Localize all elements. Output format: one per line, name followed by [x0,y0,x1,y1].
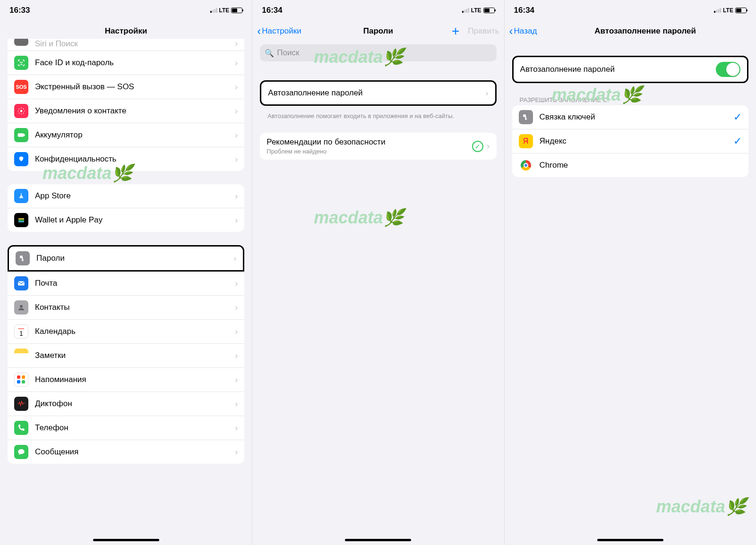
chevron-right-icon: › [235,351,238,361]
row-provider-chrome[interactable]: Chrome [512,153,748,177]
row-voice[interactable]: Диктофон › [8,392,244,416]
row-mail[interactable]: Почта › [8,272,244,296]
row-privacy[interactable]: Конфиденциальность › [8,147,244,171]
row-label: Контакты [35,303,235,312]
status-time: 16:34 [514,6,534,15]
row-calendar[interactable]: •••••1 Календарь › [8,320,244,344]
key-icon [519,110,533,124]
svg-rect-15 [18,221,24,222]
battery-setting-icon [14,128,28,142]
row-contacts[interactable]: Контакты › [8,296,244,320]
wallet-icon [14,213,28,227]
search-field[interactable]: 🔍 Поиск [260,44,496,61]
home-indicator[interactable] [93,539,159,541]
row-provider-keychain[interactable]: Связка ключей ✓ [512,105,748,129]
signal-icon [210,8,217,13]
row-label: Wallet и Apple Pay [35,215,235,225]
row-label: Конфиденциальность [35,154,235,164]
svg-rect-23 [525,119,527,119]
svg-point-0 [20,62,20,62]
svg-point-20 [20,305,23,308]
row-label: Аккумулятор [35,130,235,140]
row-provider-yandex[interactable]: Я Яндекс ✓ [512,129,748,153]
privacy-icon [14,152,28,166]
svg-line-7 [19,109,20,110]
row-label: Рекомендации по безопасности [266,137,472,147]
signal-icon [714,8,721,13]
row-messages[interactable]: Сообщения › [8,440,244,464]
chevron-right-icon: › [235,106,238,116]
row-phone[interactable]: Телефон › [8,416,244,440]
status-bar: 16:33 LTE [0,0,252,21]
row-wallet[interactable]: Wallet и Apple Pay › [8,208,244,232]
row-label: Телефон [35,423,235,433]
row-appstore[interactable]: App Store › [8,184,244,208]
status-bar: 16:34 LTE [252,0,504,21]
row-label: App Store [35,191,235,201]
chevron-right-icon: › [235,399,238,409]
row-label: Уведомления о контакте [35,106,235,116]
signal-icon [462,8,469,13]
row-subtitle: Проблем не найдено [266,148,472,155]
reminders-icon [14,373,28,387]
row-label: Chrome [540,161,742,170]
chevron-right-icon: › [235,279,238,289]
yandex-icon: Я [519,134,533,148]
chevron-left-icon: ‹ [509,25,513,38]
row-label: Напоминания [35,375,235,384]
svg-line-9 [19,113,20,114]
screen-settings: 16:33 LTE Настройки Siri и Поиск › Face … [0,0,252,545]
nav-back-button[interactable]: ‹Настройки [257,25,301,38]
row-sos[interactable]: SOS Экстренный вызов — SOS › [8,75,244,99]
chevron-right-icon: › [235,154,238,164]
add-button[interactable]: + [452,24,459,39]
row-security-recommendations[interactable]: Рекомендации по безопасности Проблем не … [260,133,496,160]
status-time: 16:33 [9,6,30,15]
autofill-toggle-group: Автозаполнение паролей [512,56,748,83]
row-label: Пароли [36,254,233,263]
svg-rect-14 [18,220,24,221]
svg-line-8 [23,113,24,114]
row-label: Почта [35,279,235,288]
nav-back-button[interactable]: ‹Назад [509,25,537,38]
settings-group-general: Siri и Поиск › Face ID и код-пароль › SO… [8,39,244,171]
svg-rect-11 [18,134,23,136]
home-indicator[interactable] [345,539,411,541]
row-exposure[interactable]: Уведомления о контакте › [8,99,244,123]
row-battery[interactable]: Аккумулятор › [8,123,244,147]
key-icon [16,251,30,265]
svg-point-2 [20,110,23,112]
row-reminders[interactable]: Напоминания › [8,368,244,392]
row-autofill-toggle[interactable]: Автозаполнение паролей [514,57,747,82]
row-notes[interactable]: Заметки › [8,344,244,368]
row-faceid[interactable]: Face ID и код-пароль › [8,51,244,75]
security-group: Рекомендации по безопасности Проблем не … [260,133,496,160]
battery-icon [483,8,495,13]
voice-icon [14,397,28,411]
nav-back-label: Назад [514,26,537,36]
chevron-right-icon: › [235,82,238,92]
row-autofill[interactable]: Автозаполнение паролей › [261,82,495,104]
status-time: 16:34 [262,6,282,15]
home-indicator[interactable] [597,539,663,541]
nav-bar: ‹Настройки Пароли + Править [252,21,504,42]
svg-point-1 [22,62,23,62]
svg-line-10 [23,109,24,110]
providers-header: РАЗРЕШИТЬ ЗАПОЛНЕНИЕ С: [512,96,748,106]
battery-icon [231,8,242,13]
svg-rect-13 [18,218,24,219]
row-siri[interactable]: Siri и Поиск › [8,39,244,51]
autofill-toggle[interactable] [716,62,740,77]
chevron-right-icon: › [486,88,489,98]
messages-icon [14,445,28,459]
siri-icon [14,39,28,46]
status-indicators: LTE [714,7,747,14]
chevron-right-icon: › [235,327,238,337]
row-label: Диктофон [35,399,235,409]
row-passwords[interactable]: Пароли › [9,247,243,270]
chevron-right-icon: › [235,130,238,140]
row-label: Связка ключей [540,112,733,122]
checkmark-icon: ✓ [733,111,742,123]
appstore-icon [14,189,28,203]
chevron-right-icon: › [235,447,238,457]
